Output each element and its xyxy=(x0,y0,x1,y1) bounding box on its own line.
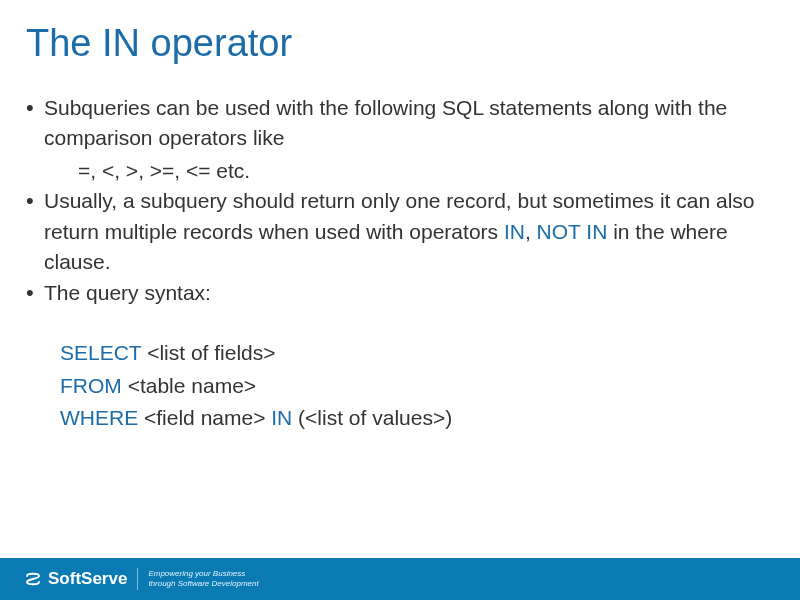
syntax-line: FROM <table name> xyxy=(60,371,774,401)
bullet-list: Subqueries can be used with the followin… xyxy=(26,93,774,308)
slide-title: The IN operator xyxy=(0,0,800,73)
syntax-block: SELECT <list of fields> FROM <table name… xyxy=(26,338,774,433)
bullet-item: Subqueries can be used with the followin… xyxy=(26,93,774,186)
footer-tagline: Empowering your Business through Softwar… xyxy=(148,569,258,588)
keyword-in: IN xyxy=(504,220,525,243)
keyword-not-in: NOT IN xyxy=(537,220,608,243)
footer-bar: SoftServe Empowering your Business throu… xyxy=(0,558,800,600)
softserve-icon xyxy=(24,570,42,588)
bullet-text: , xyxy=(525,220,537,243)
brand-text: SoftServe xyxy=(48,569,127,589)
keyword-in: IN xyxy=(271,406,292,429)
syntax-text: (<list of values>) xyxy=(292,406,452,429)
bullet-subtext: =, <, >, >=, <= etc. xyxy=(44,156,774,186)
keyword-select: SELECT xyxy=(60,341,141,364)
tagline-line: through Software Development xyxy=(148,579,258,589)
syntax-text: <table name> xyxy=(122,374,256,397)
bullet-text: Subqueries can be used with the followin… xyxy=(44,96,727,149)
syntax-line: WHERE <field name> IN (<list of values>) xyxy=(60,403,774,433)
keyword-from: FROM xyxy=(60,374,122,397)
tagline-line: Empowering your Business xyxy=(148,569,258,579)
syntax-text: <field name> xyxy=(138,406,271,429)
keyword-where: WHERE xyxy=(60,406,138,429)
syntax-line: SELECT <list of fields> xyxy=(60,338,774,368)
slide-content: Subqueries can be used with the followin… xyxy=(0,73,800,433)
bullet-item: The query syntax: xyxy=(26,278,774,308)
footer-divider xyxy=(137,568,138,590)
bullet-item: Usually, a subquery should return only o… xyxy=(26,186,774,277)
bullet-text: The query syntax: xyxy=(44,281,211,304)
syntax-text: <list of fields> xyxy=(141,341,275,364)
brand-logo: SoftServe xyxy=(24,569,127,589)
